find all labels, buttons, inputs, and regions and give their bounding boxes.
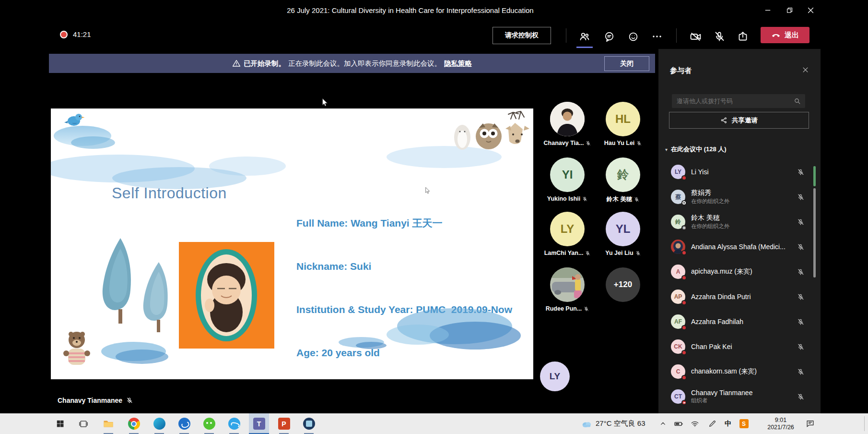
mic-off-icon (586, 141, 591, 146)
navy-app-button[interactable] (299, 413, 319, 434)
privacy-policy-link[interactable]: 隐私策略 (444, 59, 472, 68)
mic-off-icon (714, 31, 725, 42)
participant-row[interactable]: 蔡 蔡娟秀 在你的组织之外 (658, 184, 821, 209)
mail-app-button[interactable] (174, 413, 194, 434)
more-options-button[interactable] (649, 30, 665, 43)
banner-close-button[interactable]: 关闭 (604, 56, 649, 71)
participant-row[interactable]: CT Chanavy Tianmanee 组织者 (658, 384, 821, 409)
video-thumbnail[interactable]: 鈴 鈴木 美穂 (597, 157, 649, 204)
participant-name: Azzahra Dinda Putri (691, 293, 751, 301)
close-button[interactable] (800, 0, 821, 20)
request-control-button[interactable]: 请求控制权 (493, 27, 551, 44)
overflow-thumbnail[interactable]: +120 (597, 267, 649, 302)
clock-date: 2021/7/26 (767, 424, 794, 431)
leave-meeting-button[interactable]: 退出 (761, 27, 809, 43)
avatar: A (671, 265, 685, 279)
participant-row[interactable]: CK Chan Pak Kei (658, 334, 821, 359)
toolbar-divider (676, 28, 677, 43)
share-screen-button[interactable] (735, 30, 751, 43)
scrollbar-thumb[interactable] (813, 188, 816, 277)
mic-toggle-button[interactable] (711, 30, 727, 43)
video-thumbnail[interactable]: YI Yukino Ishii (541, 157, 594, 202)
active-speaker-bubble[interactable]: LY (540, 362, 570, 391)
slide-line: Nickname: Suki (296, 259, 518, 274)
in-meeting-section-header[interactable]: ▾ 在此会议中 (128 人) (665, 145, 727, 154)
taskbar-clock[interactable]: 9:01 2021/7/26 (762, 413, 800, 434)
participant-row[interactable]: A apichaya.muz (来宾) (658, 259, 821, 284)
taskbar: T P 27°C 空气良 63 中 S 9:01 2021/7/26 (0, 413, 868, 434)
video-thumbnail[interactable]: YL Yu Jei Liu (597, 212, 649, 256)
minimize-button[interactable] (757, 0, 778, 20)
chrome-button[interactable] (124, 413, 144, 434)
video-thumbnail[interactable]: LY LamChi Yan... (541, 212, 594, 256)
powerpoint-icon: P (278, 418, 290, 430)
search-icon[interactable] (794, 97, 801, 105)
hang-up-icon (771, 30, 781, 40)
in-meeting-section-label: 在此会议中 (128 人) (671, 145, 727, 154)
participant-row[interactable]: LY Li Yisi (658, 159, 821, 184)
avatar: LY (550, 212, 585, 246)
chevron-up-icon (660, 421, 666, 427)
restore-icon (785, 6, 793, 14)
screen: { "window": { "title": "26 July 2021: Cu… (0, 0, 868, 434)
close-icon (807, 6, 815, 14)
sogou-tray-item[interactable]: S (737, 413, 751, 434)
panel-close-button[interactable] (802, 66, 809, 73)
start-button[interactable] (50, 413, 70, 434)
participant-row[interactable]: AF Azzahra Fadhilah (658, 309, 821, 334)
slide-info-block: Full Name: Wang Tianyi 王天一 Nickname: Suk… (296, 187, 518, 379)
wechat-button[interactable] (199, 413, 219, 434)
action-center-button[interactable] (802, 413, 818, 434)
watercolor-blob (71, 136, 115, 149)
navy-app-icon (303, 418, 315, 430)
recording-timer: 41:21 (73, 30, 91, 38)
weather-widget[interactable]: 27°C 空气良 63 (581, 413, 645, 434)
avatar (550, 102, 585, 136)
scrollbar-marker[interactable] (813, 166, 816, 186)
participants-list: LY Li Yisi 蔡 蔡娟秀 在你的组织之外 鈴 × 鈴木 美穂 (658, 159, 821, 409)
thumbnail-name: Rudee Pun... (546, 305, 582, 312)
chat-button[interactable] (601, 30, 617, 43)
participant-row[interactable]: AP Azzahra Dinda Putri (658, 284, 821, 309)
participant-row[interactable]: 鈴 × 鈴木 美穂 在你的组织之外 (658, 209, 821, 234)
cloud-icon (581, 420, 592, 428)
powerpoint-button[interactable]: P (274, 413, 294, 434)
tray-expand-button[interactable] (656, 413, 669, 434)
share-invite-button[interactable]: 共享邀请 (669, 112, 809, 129)
recording-banner: 已开始录制。 正在录制此会议。加入即表示你同意录制此会议。 隐私策略 关闭 (49, 54, 655, 73)
teams-button[interactable]: T (249, 413, 269, 434)
photo-frame (179, 242, 274, 349)
mic-off-icon (797, 268, 804, 276)
reactions-button[interactable] (625, 30, 641, 43)
avatar: HL (606, 102, 640, 136)
status-badge (681, 250, 687, 255)
thumbnail-name: 鈴木 美穂 (607, 195, 632, 204)
status-badge (681, 350, 687, 355)
participants-toggle-button[interactable] (576, 30, 593, 43)
file-explorer-button[interactable] (98, 413, 118, 434)
battery-icon (674, 419, 683, 429)
messenger-app-button[interactable] (224, 413, 244, 434)
pen-tray-item[interactable] (705, 413, 719, 434)
restore-button[interactable] (778, 0, 800, 20)
wifi-tray-item[interactable] (688, 413, 702, 434)
shared-slide: Self Introduction Full Name: Wang Tianyi… (51, 108, 533, 379)
show-desktop-divider[interactable] (864, 416, 865, 431)
watercolor-wash (209, 157, 286, 176)
participant-subtitle: 组织者 (691, 397, 752, 404)
camera-toggle-button[interactable] (687, 30, 704, 43)
participant-row[interactable]: C chanakorn.sam (来宾) (658, 359, 821, 384)
video-thumbnail[interactable]: Chanavy Tia... (541, 102, 594, 146)
task-view-button[interactable] (73, 413, 94, 434)
wechat-icon (203, 418, 215, 430)
mirror-portrait (179, 242, 274, 349)
presenter-name-overlay: Chanavy Tianmanee (58, 397, 133, 404)
watercolor-cloud (356, 342, 387, 349)
edge-button[interactable] (149, 413, 169, 434)
video-thumbnail[interactable]: Rudee Pun... (541, 267, 594, 312)
participant-row[interactable]: Andiana Alyssa Shafa (Medici... (658, 234, 821, 259)
battery-tray-item[interactable] (671, 413, 686, 434)
video-thumbnail[interactable]: HL Hau Yu Lei (597, 102, 649, 146)
ime-indicator[interactable]: 中 (721, 413, 735, 434)
invite-search-input[interactable] (672, 97, 794, 105)
